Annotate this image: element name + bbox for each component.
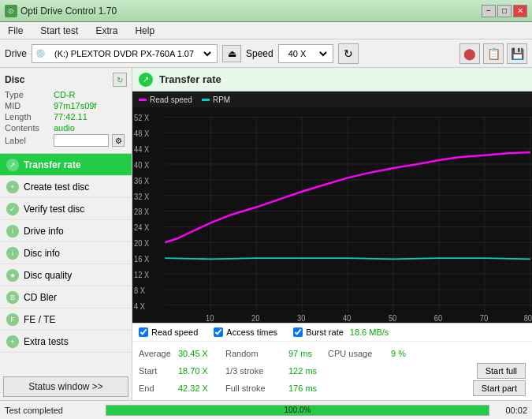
refresh-speed-button[interactable]: ↻ [338,43,359,64]
drive-label: Drive [5,48,27,59]
chart-header-title: Transfer rate [159,73,221,85]
nav-item-disc-info[interactable]: i Disc info [0,242,132,264]
label-input[interactable] [54,134,109,147]
svg-text:28 X: 28 X [134,208,149,217]
read-speed-legend-dot [139,99,147,101]
svg-text:10: 10 [206,313,214,323]
stroke1-3-value: 122 ms [288,366,328,376]
speed-select[interactable]: 40 X [282,45,329,62]
read-speed-legend-label: Read speed [150,95,192,104]
nav-item-drive-info[interactable]: i Drive info [0,220,132,242]
drive-select[interactable]: (K:) PLEXTOR DVDR PX-760A 1.07 [48,45,214,62]
average-label: Average [139,349,178,358]
svg-text:4 X: 4 X [134,301,145,311]
svg-text:40 X: 40 X [134,160,149,170]
access-times-checkbox[interactable] [214,327,223,337]
save-button[interactable]: 💾 [507,43,527,64]
nav-item-fe-te[interactable]: F FE / TE [0,309,132,331]
svg-text:36 X: 36 X [134,176,149,185]
status-text: Test completed [5,406,99,415]
menu-extra[interactable]: Extra [91,24,122,38]
sidebar: Disc ↻ Type CD-R MID 97m17s09f Length 77… [0,68,132,400]
start-value: 18.70 X [178,366,225,376]
nav-label-drive-info: Drive info [24,226,64,237]
svg-text:70: 70 [480,313,489,323]
eject-button[interactable]: ⏏ [222,45,241,62]
drive-info-icon: i [6,225,19,238]
burst-rate-checkbox-item: Burst rate 18.6 MB/s [293,327,389,337]
erase-button[interactable]: ⬤ [459,43,480,64]
stats-row-1: Average 30.45 X Random 97 ms CPU usage 9… [139,345,526,362]
nav-item-disc-quality[interactable]: ★ Disc quality [0,264,132,286]
nav-label-fe-te: FE / TE [24,314,55,325]
nav-item-extra-tests[interactable]: + Extra tests [0,331,132,353]
verify-test-disc-icon: ✓ [6,203,19,215]
chart-header: ↗ Transfer rate [132,68,532,92]
access-times-checkbox-item: Access times [214,327,277,337]
legend-rpm: RPM [202,95,230,104]
rpm-legend-dot [202,99,210,101]
svg-text:32 X: 32 X [134,192,149,201]
average-value: 30.45 X [178,349,225,358]
read-speed-checkbox[interactable] [139,327,148,337]
disc-info-icon: i [6,247,19,260]
label-label: Label [5,136,50,145]
type-value: CD-R [54,90,76,99]
svg-text:20: 20 [251,313,260,323]
disc-refresh-button[interactable]: ↻ [113,73,127,87]
copy-button[interactable]: 📋 [483,43,504,64]
stats-row-2: Start 18.70 X 1/3 stroke 122 ms Start fu… [139,362,526,380]
read-speed-checkbox-item: Read speed [139,327,198,337]
cd-bler-icon: B [6,291,19,304]
random-label: Random [225,349,288,358]
svg-text:40: 40 [343,313,352,323]
drive-icon: 💿 [35,49,45,58]
svg-text:16 X: 16 X [134,254,149,264]
full-stroke-label: Full stroke [225,383,288,393]
menu-help[interactable]: Help [130,24,159,38]
type-label: Type [5,90,50,99]
burst-rate-checkbox-label: Burst rate [306,327,344,337]
minimize-button[interactable]: − [482,5,496,17]
svg-text:48 X: 48 X [134,129,149,138]
window-title: Opti Drive Control 1.70 [20,6,117,17]
length-value: 77:42.11 [54,112,87,122]
svg-text:8 X: 8 X [134,286,145,295]
contents-label: Contents [5,123,50,133]
checkbox-row: Read speed Access times Burst rate 18.6 … [132,323,532,342]
full-stroke-value: 176 ms [288,383,328,393]
burst-rate-checkbox[interactable] [293,327,303,337]
menu-start-test[interactable]: Start test [35,24,83,38]
nav-label-extra-tests: Extra tests [24,336,69,347]
close-button[interactable]: ✕ [513,5,527,17]
extra-tests-icon: + [6,335,19,348]
start-label: Start [139,366,178,376]
nav-item-cd-bler[interactable]: B CD Bler [0,286,132,309]
label-settings-button[interactable]: ⚙ [112,134,125,147]
status-window-button[interactable]: Status window >> [3,376,128,397]
main-content: Disc ↻ Type CD-R MID 97m17s09f Length 77… [0,68,532,400]
right-panel: ↗ Transfer rate Read speed RPM [132,68,532,400]
disc-quality-icon: ★ [6,269,19,282]
svg-text:80 min: 80 min [524,313,532,323]
chart-legend: Read speed RPM [132,92,532,107]
contents-value: audio [54,123,75,133]
start-part-button[interactable]: Start part [473,380,526,396]
menu-bar: File Start test Extra Help [0,22,532,39]
cpu-value: 9 % [391,349,422,358]
disc-panel: Disc ↻ Type CD-R MID 97m17s09f Length 77… [0,68,132,154]
burst-rate-value: 18.6 MB/s [350,327,389,337]
stats-area: Average 30.45 X Random 97 ms CPU usage 9… [132,342,532,400]
title-bar: ⊙ Opti Drive Control 1.70 − □ ✕ [0,0,532,22]
start-full-button[interactable]: Start full [477,363,526,379]
end-value: 42.32 X [178,383,225,393]
menu-file[interactable]: File [3,24,28,38]
nav-item-verify-test-disc[interactable]: ✓ Verify test disc [0,198,132,220]
maximize-button[interactable]: □ [497,5,512,17]
nav-label-create-test-disc: Create test disc [24,181,89,193]
nav-item-transfer-rate[interactable]: ↗ Transfer rate [0,154,132,176]
disc-panel-title: Disc [5,74,24,85]
nav-item-create-test-disc[interactable]: + Create test disc [0,176,132,198]
svg-rect-0 [132,107,532,323]
drive-selector-group: 💿 (K:) PLEXTOR DVDR PX-760A 1.07 [32,44,218,63]
